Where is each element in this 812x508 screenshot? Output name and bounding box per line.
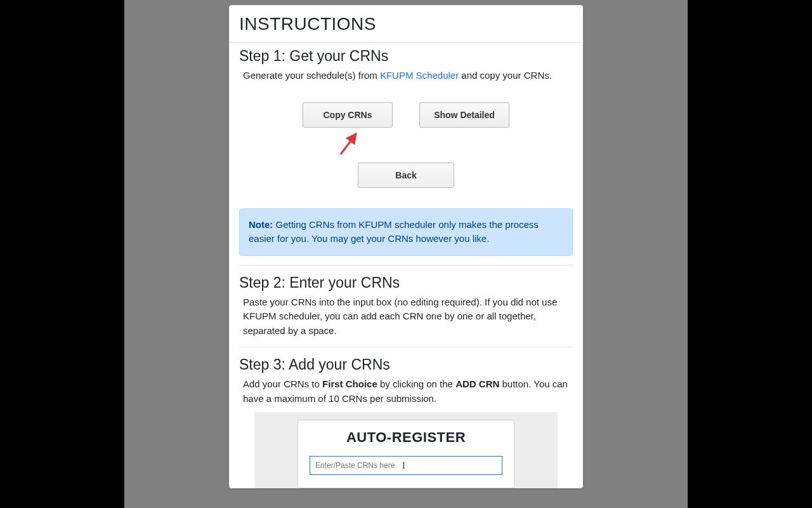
gray-stage: INSTRUCTIONS Step 1: Get your CRNs Gener… [124,0,688,508]
step-1-section: Step 1: Get your CRNs Generate your sche… [229,43,583,202]
crn-input[interactable] [310,456,502,475]
divider-1 [239,265,573,265]
step-1-example-illustration: Copy CRNs Show Detailed Back [239,90,573,202]
show-detailed-button: Show Detailed [419,102,509,128]
note-box: Note: Getting CRNs from KFUPM scheduler … [239,208,573,256]
step-3-illustration-frame: AUTO-REGISTER I [254,412,558,488]
note-label: Note: [249,219,273,230]
auto-register-title: AUTO-REGISTER [310,429,502,446]
step-1-body: Generate your schedule(s) from KFUPM Sch… [243,69,573,83]
example-button-row: Copy CRNs Show Detailed [239,102,573,128]
step-3-heading: Step 3: Add your CRNs [239,356,573,373]
step-2-section: Step 2: Enter your CRNs Paste your CRNs … [229,269,583,338]
step-2-heading: Step 2: Enter your CRNs [239,274,573,291]
step-3-mid: by clicking on the [377,378,455,389]
example-back-row: Back [239,163,573,188]
note-text: Getting CRNs from KFUPM scheduler only m… [249,219,539,244]
first-choice-label: First Choice [322,378,377,389]
copy-crns-button: Copy CRNs [303,102,393,128]
page-title: INSTRUCTIONS [239,14,573,34]
instructions-card: INSTRUCTIONS Step 1: Get your CRNs Gener… [229,5,583,488]
step-2-body: Paste your CRNs into the input box (no e… [243,295,573,338]
red-arrow-icon [337,129,367,159]
divider-2 [239,347,573,347]
step-1-heading: Step 1: Get your CRNs [239,48,573,65]
right-black-bar [688,0,812,508]
kfupm-scheduler-link[interactable]: KFUPM Scheduler [380,70,459,81]
step-1-intro-post: and copy your CRNs. [459,70,552,81]
card-header: INSTRUCTIONS [229,5,583,43]
step-1-intro-pre: Generate your schedule(s) from [243,70,380,81]
left-black-bar [0,0,124,508]
add-crn-label: ADD CRN [455,378,499,389]
step-3-body: Add your CRNs to First Choice by clickin… [243,377,573,406]
back-button: Back [358,163,454,188]
crn-input-wrap: I [310,456,502,475]
svg-line-0 [341,134,356,154]
step-3-section: Step 3: Add your CRNs Add your CRNs to F… [229,351,583,488]
auto-register-card: AUTO-REGISTER I [298,420,514,488]
step-3-pre: Add your CRNs to [243,378,322,389]
